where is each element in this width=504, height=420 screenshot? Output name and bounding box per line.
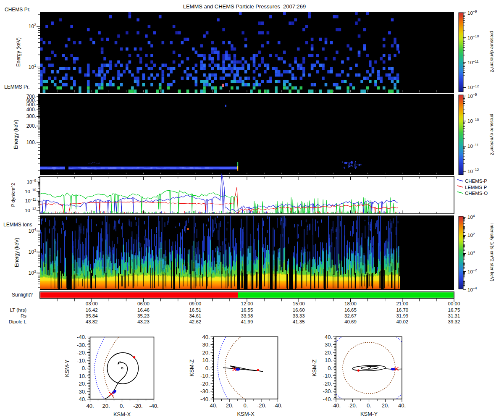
svg-text:Rs: Rs bbox=[21, 313, 26, 318]
svg-text:-40.: -40. bbox=[273, 402, 282, 409]
svg-text:Energy (keV): Energy (keV) bbox=[14, 238, 20, 267]
svg-text:41.35: 41.35 bbox=[293, 319, 305, 324]
svg-text:P dyn/cm^2: P dyn/cm^2 bbox=[10, 183, 16, 207]
svg-text:43.23: 43.23 bbox=[137, 319, 150, 324]
svg-text:-20.: -20. bbox=[323, 381, 332, 387]
svg-text:00:00: 00:00 bbox=[448, 301, 460, 306]
svg-text:LEMMS Pr.: LEMMS Pr. bbox=[4, 84, 30, 90]
svg-text:43.82: 43.82 bbox=[86, 319, 98, 324]
svg-text:LEMMS Ions: LEMMS Ions bbox=[3, 222, 32, 228]
svg-text:10.: 10. bbox=[202, 357, 210, 363]
svg-text:-40.: -40. bbox=[323, 396, 332, 402]
svg-text:06:00: 06:00 bbox=[137, 301, 150, 306]
svg-text:KSM-X: KSM-X bbox=[237, 411, 255, 417]
svg-text:-40.: -40. bbox=[149, 403, 158, 409]
svg-text:0.: 0. bbox=[82, 365, 87, 371]
svg-text:16.51: 16.51 bbox=[189, 307, 201, 312]
svg-text:LEMMS and CHEMS Particle Press: LEMMS and CHEMS Particle Pressures 2007:… bbox=[183, 3, 306, 10]
svg-text:33.98: 33.98 bbox=[241, 313, 253, 318]
svg-text:KSM-Z: KSM-Z bbox=[189, 360, 195, 377]
svg-text:0.: 0. bbox=[244, 402, 248, 409]
svg-text:pressure dyne/cm^2: pressure dyne/cm^2 bbox=[490, 114, 495, 155]
svg-text:20.: 20. bbox=[102, 403, 110, 409]
svg-text:16.75: 16.75 bbox=[448, 307, 460, 312]
svg-text:16.55: 16.55 bbox=[241, 307, 253, 312]
svg-text:-30.: -30. bbox=[77, 342, 86, 348]
svg-text:-30.: -30. bbox=[200, 388, 210, 394]
svg-text:Dipole L: Dipole L bbox=[9, 319, 27, 324]
svg-text:0.: 0. bbox=[120, 403, 124, 409]
svg-text:40.: 40. bbox=[210, 402, 217, 409]
svg-text:16.70: 16.70 bbox=[396, 307, 408, 312]
svg-text:18:00: 18:00 bbox=[344, 301, 357, 306]
svg-text:0.: 0. bbox=[328, 365, 332, 371]
svg-text:-20.: -20. bbox=[200, 381, 210, 387]
svg-text:21:00: 21:00 bbox=[396, 301, 408, 306]
svg-text:30.: 30. bbox=[202, 341, 210, 348]
svg-text:10.: 10. bbox=[79, 373, 86, 379]
svg-text:40.: 40. bbox=[398, 402, 406, 409]
svg-text:KSM-Y: KSM-Y bbox=[360, 411, 378, 417]
svg-text:09:00: 09:00 bbox=[189, 301, 201, 306]
svg-text:-20.: -20. bbox=[257, 402, 266, 409]
svg-text:16.60: 16.60 bbox=[293, 307, 305, 312]
svg-text:-10.: -10. bbox=[323, 373, 332, 379]
svg-text:16.65: 16.65 bbox=[344, 307, 357, 312]
svg-text:42.62: 42.62 bbox=[189, 319, 201, 324]
svg-text:20.: 20. bbox=[79, 381, 86, 387]
svg-text:200.: 200. bbox=[26, 123, 36, 129]
svg-text:-20.: -20. bbox=[133, 403, 142, 409]
svg-text:20.: 20. bbox=[202, 349, 210, 356]
svg-text:30.: 30. bbox=[325, 341, 332, 348]
svg-text:16.46: 16.46 bbox=[137, 307, 150, 312]
svg-text:40.: 40. bbox=[325, 334, 332, 340]
svg-text:33.33: 33.33 bbox=[293, 313, 305, 318]
svg-text:34.61: 34.61 bbox=[189, 313, 201, 318]
svg-text:20.: 20. bbox=[382, 402, 389, 409]
svg-text:15:00: 15:00 bbox=[293, 301, 305, 306]
svg-text:32.67: 32.67 bbox=[344, 313, 357, 318]
svg-text:03:00: 03:00 bbox=[86, 301, 98, 306]
svg-text:-40.: -40. bbox=[331, 402, 341, 409]
svg-text:12:00: 12:00 bbox=[241, 301, 253, 306]
svg-text:31.31: 31.31 bbox=[448, 313, 460, 318]
svg-text:-20.: -20. bbox=[348, 402, 357, 409]
svg-text:40.: 40. bbox=[79, 396, 86, 402]
svg-text:31.99: 31.99 bbox=[396, 313, 408, 318]
svg-text:CHEMS-O: CHEMS-O bbox=[465, 191, 488, 196]
svg-text:intensity 1/(s cm^2 ster keV): intensity 1/(s cm^2 ster keV) bbox=[490, 223, 495, 281]
svg-text:Sunlight?: Sunlight? bbox=[12, 292, 33, 298]
svg-text:-40.: -40. bbox=[200, 396, 210, 402]
svg-text:30.: 30. bbox=[79, 388, 86, 395]
svg-text:Energy (keV): Energy (keV) bbox=[16, 37, 21, 67]
svg-text:20.: 20. bbox=[226, 402, 234, 409]
svg-text:400.: 400. bbox=[26, 107, 36, 113]
svg-text:40.: 40. bbox=[86, 403, 94, 409]
svg-text:300.: 300. bbox=[26, 113, 36, 119]
svg-text:-30.: -30. bbox=[323, 388, 332, 394]
svg-text:35.23: 35.23 bbox=[137, 313, 150, 318]
svg-text:39.32: 39.32 bbox=[448, 319, 460, 324]
svg-text:CHEMS Pr.: CHEMS Pr. bbox=[5, 7, 30, 13]
svg-text:KSM-Z: KSM-Z bbox=[311, 360, 318, 377]
svg-text:0.: 0. bbox=[205, 365, 210, 371]
svg-text:100.: 100. bbox=[26, 139, 36, 145]
svg-text:16.42: 16.42 bbox=[86, 307, 98, 312]
svg-text:-10.: -10. bbox=[77, 357, 86, 364]
svg-text:0.: 0. bbox=[367, 402, 371, 409]
svg-text:-20.: -20. bbox=[77, 349, 86, 356]
svg-text:-40.: -40. bbox=[77, 334, 86, 340]
svg-text:35.84: 35.84 bbox=[86, 313, 98, 318]
svg-text:-10.: -10. bbox=[200, 373, 210, 379]
svg-text:LT (hrs): LT (hrs) bbox=[10, 307, 26, 312]
svg-text:KSM-Y: KSM-Y bbox=[64, 360, 70, 377]
svg-text:KSM-X: KSM-X bbox=[113, 411, 131, 417]
svg-text:20.: 20. bbox=[325, 349, 332, 356]
svg-text:LEMMS-P: LEMMS-P bbox=[465, 185, 487, 190]
svg-text:41.99: 41.99 bbox=[241, 319, 253, 324]
svg-text:pressure dyne/cm^2: pressure dyne/cm^2 bbox=[490, 31, 495, 73]
svg-text:40.02: 40.02 bbox=[396, 319, 408, 324]
svg-text:Energy (keV): Energy (keV) bbox=[13, 120, 19, 149]
svg-text:CHEMS-P: CHEMS-P bbox=[465, 178, 487, 184]
svg-text:40.69: 40.69 bbox=[344, 319, 357, 324]
